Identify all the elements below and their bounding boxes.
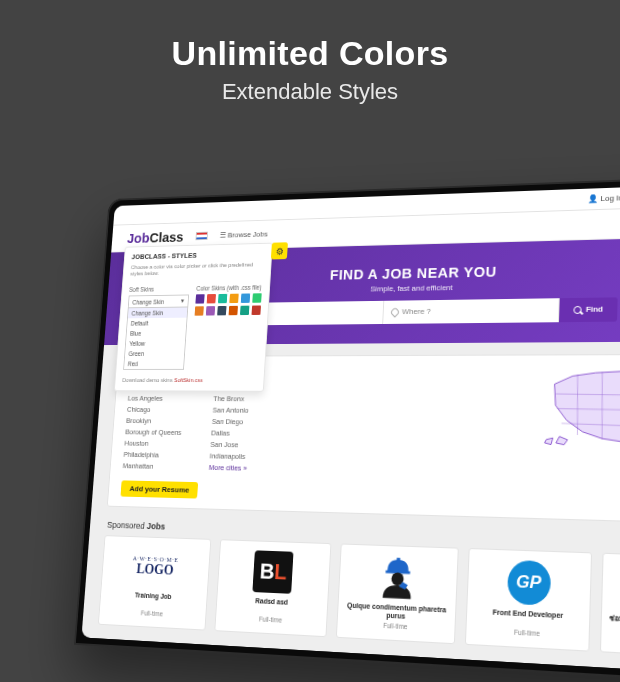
color-swatch[interactable] (241, 294, 250, 303)
color-swatch[interactable] (195, 295, 204, 304)
svg-line-1 (600, 372, 604, 439)
job-logo-awesome: A·W·E·S·O·M·ELOGO (107, 544, 204, 591)
brand-left: Job (127, 230, 150, 246)
color-skins-label: Color Skins (with .css file) (196, 284, 262, 292)
svg-rect-8 (397, 558, 401, 564)
skin-option[interactable]: Blue (126, 328, 186, 339)
gear-icon[interactable]: ⚙ (271, 242, 288, 259)
skin-select[interactable]: Change Skin▾ (128, 295, 189, 309)
more-cities-link[interactable]: More cities » (209, 461, 248, 473)
job-logo-bl: BL (223, 548, 325, 596)
job-type: Full-time (221, 613, 321, 625)
job-card[interactable]: GP Front End Developer Full-time (465, 548, 593, 652)
city-link[interactable]: Dallas (211, 427, 250, 439)
color-swatch[interactable] (206, 306, 215, 315)
color-swatch[interactable] (195, 307, 204, 316)
login-link[interactable]: 👤 Log In (587, 193, 620, 203)
skin-option[interactable]: Red (124, 359, 184, 369)
search-icon (574, 305, 582, 313)
city-link[interactable]: Borough of Queens (125, 426, 182, 438)
job-card[interactable]: WESTERN ช่อมแซมเครื่องจักรระบบ วิศวกรรม … (600, 553, 620, 660)
screen: 👤 Log In 👤 Register Post a Job JobClass … (81, 183, 620, 677)
city-link[interactable]: Houston (124, 437, 181, 449)
job-card[interactable]: Quique condimentum pharetra purus Full-t… (336, 543, 459, 644)
svg-line-5 (556, 394, 620, 396)
promo-title: Unlimited Colors (0, 34, 620, 73)
city-link[interactable]: Indianapolis (209, 450, 248, 462)
login-label: Log In (600, 193, 620, 203)
laptop-frame: 👤 Log In 👤 Register Post a Job JobClass … (74, 174, 620, 682)
skin-option[interactable]: Yellow (126, 338, 186, 349)
pin-icon (389, 306, 400, 317)
color-swatch[interactable] (217, 306, 226, 315)
svg-line-7 (561, 423, 620, 428)
chevron-down-icon: ▾ (181, 298, 185, 305)
color-swatch[interactable] (207, 294, 216, 303)
styles-footer: Download demo skins SoftSkin.css (115, 374, 264, 391)
soft-skins-label: Soft Skins (129, 286, 190, 294)
city-link[interactable]: Los Angeles (127, 392, 184, 404)
skin-dropdown: Change Skin Default Blue Yellow Green Re… (123, 308, 188, 370)
color-swatch[interactable] (251, 306, 260, 316)
sponsored-jobs: A·W·E·S·O·M·ELOGO Training Job Full-time… (98, 535, 620, 659)
svg-line-0 (576, 374, 579, 435)
softskin-link[interactable]: SoftSkin.css (174, 378, 203, 384)
city-link[interactable]: San Antonio (212, 404, 251, 416)
promo-subtitle: Extendable Styles (0, 79, 620, 105)
job-card[interactable]: A·W·E·S·O·M·ELOGO Training Job Full-time (98, 535, 211, 631)
skin-option[interactable]: Default (127, 318, 187, 329)
sponsored-heading: Sponsored Jobs (107, 520, 166, 532)
city-link[interactable]: Brooklyn (126, 415, 183, 427)
color-swatches (195, 294, 262, 316)
city-link[interactable]: Chicago (127, 403, 184, 415)
color-swatch[interactable] (252, 294, 261, 304)
skin-option[interactable]: Green (125, 349, 185, 359)
search-bar: ◇ What ? Where ? Find (218, 297, 617, 325)
city-link[interactable]: Manhattan (122, 460, 179, 473)
job-type: Full-time (608, 633, 620, 647)
color-swatch[interactable] (240, 306, 249, 315)
styles-panel: ⚙ JOBCLASS - STYLES Choose a color via c… (114, 243, 273, 392)
color-swatch[interactable] (229, 294, 238, 303)
city-link[interactable]: San Diego (212, 415, 251, 427)
skin-option[interactable]: Change Skin (128, 308, 187, 319)
job-logo-worker (345, 553, 451, 602)
brand-right: Class (149, 229, 184, 245)
job-logo-gp: GP (473, 558, 585, 609)
job-card[interactable]: BL Radsd asd Full-time (214, 539, 332, 637)
add-resume-button[interactable]: Add your Resume (120, 480, 198, 498)
color-swatch[interactable] (229, 306, 238, 315)
brand-logo[interactable]: JobClass (127, 229, 184, 246)
hero-title: FIND A JOB NEAR YOU (330, 262, 497, 282)
hero-subtitle: Simple, fast and efficient (370, 283, 453, 293)
where-input[interactable]: Where ? (383, 298, 560, 324)
color-swatch[interactable] (218, 294, 227, 303)
job-logo-western: WESTERN (609, 563, 620, 615)
country-flag[interactable] (195, 232, 208, 241)
usa-map[interactable] (543, 361, 620, 453)
svg-line-6 (557, 409, 620, 412)
find-button[interactable]: Find (559, 297, 618, 322)
city-link[interactable]: The Bronx (213, 393, 251, 405)
user-icon: 👤 (587, 194, 597, 203)
city-link[interactable]: San Jose (210, 438, 249, 450)
browse-jobs-link[interactable]: ☰ Browse Jobs (219, 230, 268, 240)
